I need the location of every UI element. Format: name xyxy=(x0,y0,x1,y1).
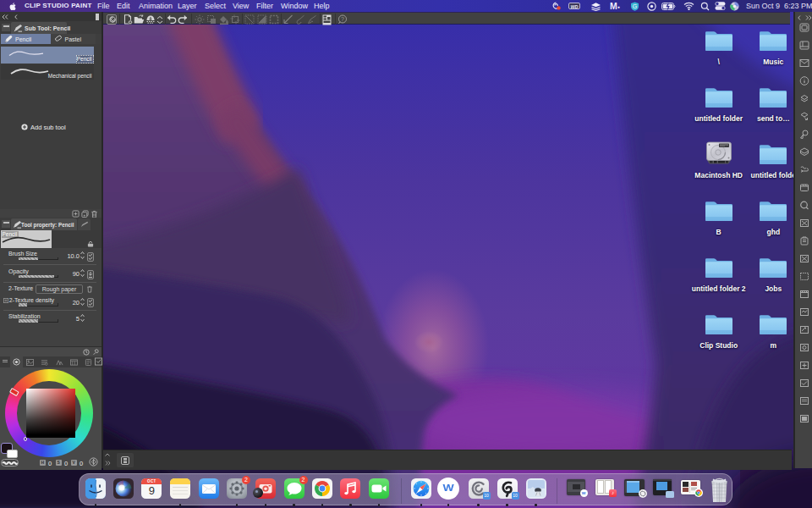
svg-text:G: G xyxy=(633,3,637,9)
svg-text:?: ? xyxy=(341,16,344,22)
